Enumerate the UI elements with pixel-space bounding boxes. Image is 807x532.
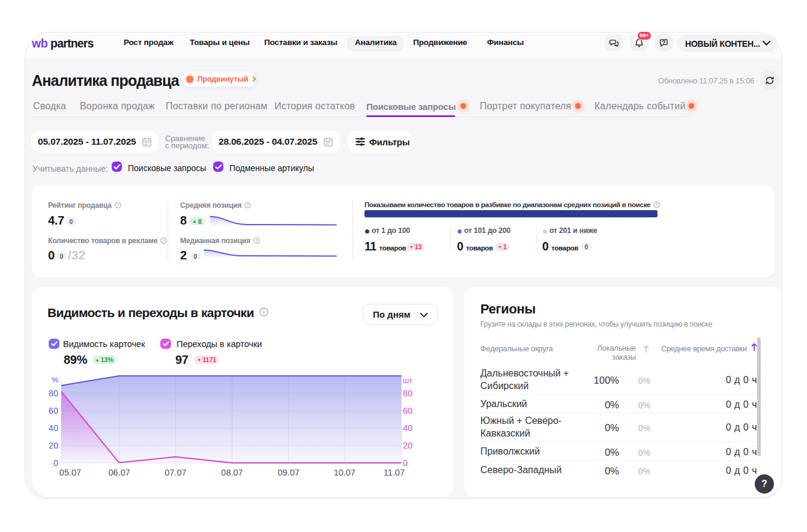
svg-text:?: ? [163, 238, 165, 243]
svg-text:?: ? [247, 203, 249, 207]
svg-text:?: ? [256, 238, 258, 243]
svg-text:?: ? [117, 203, 119, 207]
svg-text:?: ? [656, 202, 658, 207]
